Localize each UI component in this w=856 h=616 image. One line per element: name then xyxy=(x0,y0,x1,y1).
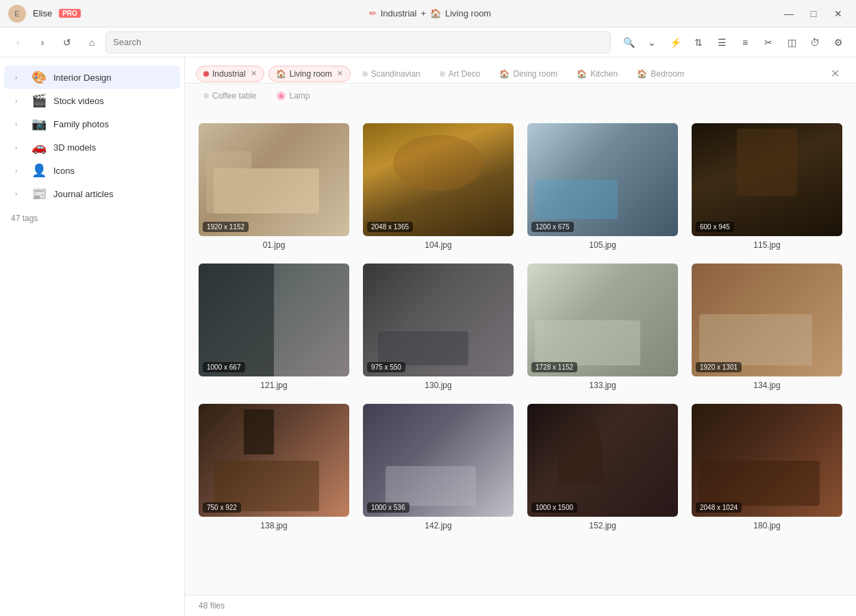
image-filename-105: 105.jpg xyxy=(527,240,678,250)
title-label2: Living room xyxy=(445,8,491,18)
minimize-button[interactable]: — xyxy=(779,4,798,23)
tags-row2: Coffee table 🌸 Lamp xyxy=(185,84,856,110)
image-thumb-142: 1000 x 536 xyxy=(363,404,514,517)
image-card-01[interactable]: 1920 x 1152 01.jpg xyxy=(199,123,349,250)
art-deco-tag-label: Art Deco xyxy=(449,69,481,79)
image-filename-133: 133.jpg xyxy=(527,381,678,390)
tag-industrial[interactable]: Industrial ✕ xyxy=(196,66,264,82)
image-thumb-105: 1200 x 675 xyxy=(527,123,678,236)
image-card-133[interactable]: 1728 x 1152 133.jpg xyxy=(527,264,678,390)
image-dims-121: 1000 x 667 xyxy=(203,362,245,372)
industrial-tag-close[interactable]: ✕ xyxy=(251,69,257,78)
image-dims-152: 1000 x 1500 xyxy=(531,502,577,513)
image-filename-138: 138.jpg xyxy=(199,521,349,530)
sidebar-item-icons[interactable]: › 👤 Icons xyxy=(4,159,180,182)
content-area: Industrial ✕ 🏠 Living room ✕ Scandinavia… xyxy=(185,57,856,616)
tag-coffee-table[interactable]: Coffee table xyxy=(196,88,264,104)
sidebar-item-stock-videos[interactable]: › 🎬 Stock videos xyxy=(4,89,180,112)
tag-kitchen[interactable]: 🏠 Kitchen xyxy=(569,66,625,82)
image-card-130[interactable]: 975 x 550 130.jpg xyxy=(363,264,514,390)
image-dims-134: 1920 x 1301 xyxy=(696,362,742,372)
image-card-180[interactable]: 2048 x 1024 180.jpg xyxy=(692,404,842,530)
settings-icon-button[interactable]: ⚙ xyxy=(827,31,849,53)
tag-dining-room[interactable]: 🏠 Dining room xyxy=(492,66,565,82)
list-icon-button[interactable]: ☰ xyxy=(711,31,733,53)
tags-bar-close-button[interactable]: ✕ xyxy=(825,64,845,83)
sort-icon-button[interactable]: ⇅ xyxy=(688,31,709,53)
image-thumb-138: 750 x 922 xyxy=(199,404,349,517)
image-filename-01: 01.jpg xyxy=(199,240,349,250)
image-dims-133: 1728 x 1152 xyxy=(531,362,577,372)
title-pencil-icon: ✏ xyxy=(369,8,377,18)
lightning-icon-button[interactable]: ⚡ xyxy=(664,31,686,53)
image-thumb-104: 2048 x 1365 xyxy=(363,123,514,236)
journal-articles-emoji-icon: 📰 xyxy=(32,186,47,201)
title-emoji: 🏠 xyxy=(430,8,441,18)
image-card-142[interactable]: 1000 x 536 142.jpg xyxy=(363,404,514,530)
image-dims-115: 600 x 945 xyxy=(696,222,734,232)
image-card-121[interactable]: 1000 x 667 121.jpg xyxy=(199,264,349,390)
image-card-105[interactable]: 1200 x 675 105.jpg xyxy=(527,123,678,250)
image-thumb-121: 1000 x 667 xyxy=(199,264,349,376)
sidebar-item-3d-models[interactable]: › 🚗 3D models xyxy=(4,136,180,159)
file-count: 48 files xyxy=(199,601,225,611)
3d-models-emoji-icon: 🚗 xyxy=(32,140,47,155)
tag-count: 47 tags xyxy=(11,214,38,223)
titlebar: E Elise PRO ✏ Industrial + 🏠 Living room… xyxy=(0,0,856,27)
sidebar-item-family-photos[interactable]: › 📷 Family photos xyxy=(4,112,180,136)
cut-icon-button[interactable]: ✂ xyxy=(757,31,779,53)
bedroom-tag-label: Bedroom xyxy=(651,69,684,79)
dining-room-emoji-icon: 🏠 xyxy=(499,69,509,79)
forward-button[interactable]: › xyxy=(32,31,53,53)
dropdown-icon-button[interactable]: ⌄ xyxy=(641,31,663,53)
tag-scandinavian[interactable]: Scandinavian xyxy=(355,66,428,82)
image-dims-104: 2048 x 1365 xyxy=(367,222,413,232)
image-card-115[interactable]: 600 x 945 115.jpg xyxy=(692,123,842,250)
search-bar xyxy=(105,31,611,53)
image-dims-180: 2048 x 1024 xyxy=(696,502,742,513)
refresh-button[interactable]: ↺ xyxy=(56,31,78,53)
image-thumb-180: 2048 x 1024 xyxy=(692,404,842,517)
home-button[interactable]: ⌂ xyxy=(81,31,103,53)
image-filename-180: 180.jpg xyxy=(692,521,842,530)
tag-lamp[interactable]: 🌸 Lamp xyxy=(268,88,318,104)
image-thumb-133: 1728 x 1152 xyxy=(527,264,678,376)
sidebar-item-label: Stock videos xyxy=(53,96,104,106)
tag-art-deco[interactable]: Art Deco xyxy=(432,66,488,82)
image-card-134[interactable]: 1920 x 1301 134.jpg xyxy=(692,264,842,390)
chevron-icon: › xyxy=(15,120,25,128)
view-icon-button[interactable]: ◫ xyxy=(781,31,803,53)
image-card-152[interactable]: 1000 x 1500 152.jpg xyxy=(527,404,678,530)
sidebar-item-interior-design[interactable]: › 🎨 Interior Design xyxy=(4,66,180,89)
image-card-104[interactable]: 2048 x 1365 104.jpg xyxy=(363,123,514,250)
icons-emoji-icon: 👤 xyxy=(32,163,47,178)
tag-bedroom[interactable]: 🏠 Bedroom xyxy=(629,66,692,82)
stock-videos-emoji-icon: 🎬 xyxy=(32,93,47,108)
close-button[interactable]: ✕ xyxy=(829,4,848,23)
coffee-table-tag-label: Coffee table xyxy=(212,91,257,101)
art-deco-dot-icon xyxy=(440,71,445,77)
window-controls: — □ ✕ xyxy=(779,4,848,23)
tag-living-room[interactable]: 🏠 Living room ✕ xyxy=(268,66,351,82)
history-icon-button[interactable]: ⏱ xyxy=(804,31,826,53)
back-button[interactable]: ‹ xyxy=(7,31,29,53)
industrial-dot-icon xyxy=(203,71,209,77)
image-filename-142: 142.jpg xyxy=(363,521,514,530)
interior-design-emoji-icon: 🎨 xyxy=(32,70,47,85)
sidebar-item-label: 3D models xyxy=(53,142,96,153)
chevron-icon: › xyxy=(15,190,25,198)
pro-badge: PRO xyxy=(59,9,81,18)
search-input[interactable] xyxy=(113,37,603,47)
sidebar-item-journal-articles[interactable]: › 📰 Journal articles xyxy=(4,182,180,205)
menu-icon-button[interactable]: ≡ xyxy=(734,31,756,53)
image-card-138[interactable]: 750 x 922 138.jpg xyxy=(199,404,349,530)
search-icon-button[interactable]: 🔍 xyxy=(618,31,640,53)
image-filename-115: 115.jpg xyxy=(692,240,842,250)
living-room-tag-close[interactable]: ✕ xyxy=(337,69,343,78)
navbar: ‹ › ↺ ⌂ 🔍 ⌄ ⚡ ⇅ ☰ ≡ ✂ ◫ ⏱ ⚙ xyxy=(0,27,856,57)
title-label1: Industrial xyxy=(381,8,417,18)
tags-bar: Industrial ✕ 🏠 Living room ✕ Scandinavia… xyxy=(185,57,856,84)
family-photos-emoji-icon: 📷 xyxy=(32,116,47,131)
image-dims-130: 975 x 550 xyxy=(367,362,405,372)
maximize-button[interactable]: □ xyxy=(804,4,823,23)
